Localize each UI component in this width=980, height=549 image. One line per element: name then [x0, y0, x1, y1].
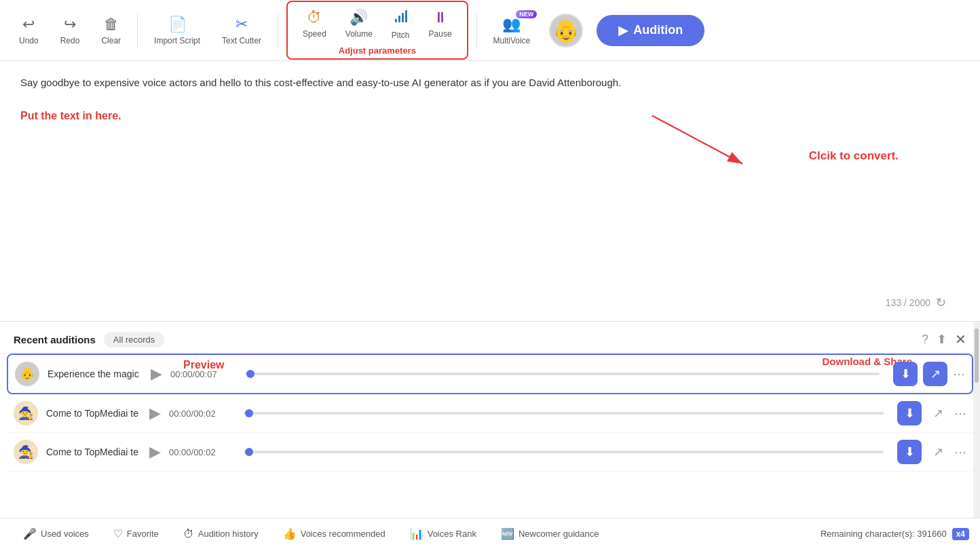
close-icon[interactable]: ✕	[955, 331, 966, 347]
recommended-icon: 👍	[283, 527, 297, 540]
favorite-icon: ♡	[113, 527, 123, 540]
footer-bar: 🎤 Used voices ♡ Favorite ⏱ Audition hist…	[0, 518, 980, 549]
pitch-icon	[393, 9, 408, 28]
voice-avatar-1: 👴	[15, 362, 39, 386]
used-voices-icon: 🎤	[23, 527, 37, 540]
svg-rect-1	[398, 16, 400, 22]
time-3: 00:00/00:02	[169, 447, 230, 457]
pitch-label: Pitch	[392, 31, 410, 40]
speed-icon: ⏱	[307, 9, 322, 26]
help-icon[interactable]: ?	[922, 333, 928, 347]
adjust-params-box: ⏱ Speed 🔊 Volume Pitch	[286, 1, 468, 60]
clear-icon: 🗑	[104, 16, 119, 33]
adjust-params-label: Adjust parameters	[339, 45, 416, 56]
share-button-2[interactable]: ↗	[927, 402, 949, 424]
voices-recommended-tab[interactable]: 👍 Voices recommended	[271, 527, 398, 540]
newcomer-icon: 🆕	[501, 527, 514, 540]
progress-dot-2[interactable]	[245, 409, 253, 417]
newcomer-tab[interactable]: 🆕 Newcomer guidance	[489, 527, 611, 540]
volume-icon: 🔊	[350, 9, 368, 26]
divider-1	[137, 14, 138, 48]
play-button-1[interactable]: ▶	[151, 365, 162, 383]
pause-button[interactable]: ⏸ Pause	[419, 5, 461, 44]
download-button-1[interactable]: ⬇	[893, 362, 918, 386]
redo-button[interactable]: ↪ Redo	[52, 12, 88, 50]
progress-bar-3[interactable]	[244, 451, 884, 453]
history-label: Audition history	[198, 529, 259, 539]
editor-hint: Put the text in here.	[20, 107, 960, 125]
used-voices-tab[interactable]: 🎤 Used voices	[11, 527, 101, 540]
editor-line1: Say goodbye to expensive voice actors an…	[20, 75, 960, 91]
play-button-2[interactable]: ▶	[149, 404, 161, 422]
char-count: 133 / 2000 ↻	[886, 295, 946, 310]
svg-rect-2	[402, 13, 404, 22]
import-script-button[interactable]: 📄 Import Script	[146, 12, 208, 50]
row-actions-3: ⬇ ↗ ⋯	[897, 440, 966, 464]
cutter-icon: ✂	[235, 16, 248, 33]
undo-icon: ↩	[22, 16, 35, 33]
scrollbar[interactable]	[973, 322, 980, 518]
remaining-chars: Remaining character(s): 391660 x4	[821, 528, 969, 540]
progress-bar-2[interactable]	[244, 412, 884, 415]
audition-label: Audition	[633, 23, 683, 37]
share-button-1[interactable]: ↗	[923, 362, 947, 386]
rank-label: Voices Rank	[428, 529, 476, 539]
cutter-label: Text Cutter	[222, 36, 261, 45]
progress-dot-3[interactable]	[245, 448, 253, 456]
time-2: 00:00/00:02	[169, 409, 230, 419]
row-title-3: Come to TopMediai te	[46, 447, 141, 457]
more-button-1[interactable]: ⋯	[953, 366, 965, 381]
expand-icon[interactable]: ⬆	[937, 332, 947, 347]
volume-label: Volume	[345, 29, 373, 39]
favorite-label: Favorite	[127, 529, 159, 539]
progress-bar-1[interactable]	[245, 373, 880, 375]
bottom-panel: Recent auditions All records ? ⬆ ✕ Previ…	[0, 321, 980, 518]
audition-row: 🧙 Come to TopMediai te ▶ 00:00/00:02 ⬇ ↗…	[7, 433, 973, 472]
redo-icon: ↪	[64, 16, 76, 33]
audition-button[interactable]: ▶ Audition	[597, 15, 704, 46]
more-button-3[interactable]: ⋯	[954, 444, 966, 459]
time-1: 00:00/00:07	[170, 369, 231, 379]
refresh-icon[interactable]: ↻	[936, 295, 946, 310]
share-button-3[interactable]: ↗	[927, 441, 949, 463]
volume-button[interactable]: 🔊 Volume	[336, 5, 382, 44]
speed-button[interactable]: ⏱ Speed	[293, 5, 336, 44]
undo-button[interactable]: ↩ Undo	[11, 12, 47, 50]
undo-label: Undo	[19, 36, 39, 45]
panel-actions: ? ⬆ ✕	[922, 331, 966, 347]
divider-2	[278, 14, 278, 48]
adjust-params-buttons: ⏱ Speed 🔊 Volume Pitch	[293, 5, 461, 44]
used-voices-label: Used voices	[41, 529, 89, 539]
all-records-button[interactable]: All records	[104, 332, 164, 347]
multivoice-button[interactable]: NEW 👥 MultiVoice	[485, 12, 539, 50]
clear-label: Clear	[101, 36, 121, 45]
favorite-tab[interactable]: ♡ Favorite	[101, 527, 171, 540]
voices-rank-tab[interactable]: 📊 Voices Rank	[398, 527, 489, 540]
import-icon: 📄	[168, 16, 187, 33]
download-button-3[interactable]: ⬇	[897, 440, 922, 464]
row-actions-1: ⬇ ↗ ⋯	[893, 362, 965, 386]
audition-rows: 👴 Experience the magic ▶ 00:00/00:07 ⬇ ↗…	[0, 354, 980, 518]
pause-icon: ⏸	[433, 9, 448, 26]
click-convert-annotation: Clcik to convert.	[809, 149, 899, 163]
download-button-2[interactable]: ⬇	[897, 401, 922, 425]
row-actions-2: ⬇ ↗ ⋯	[897, 401, 966, 425]
x4-badge[interactable]: x4	[952, 528, 969, 540]
voice-avatar-2: 🧙	[14, 401, 38, 425]
scrollbar-thumb	[975, 328, 979, 383]
editor-area: Say goodbye to expensive voice actors an…	[0, 61, 980, 321]
audition-history-tab[interactable]: ⏱ Audition history	[171, 528, 271, 540]
pitch-button[interactable]: Pitch	[382, 5, 419, 44]
more-button-2[interactable]: ⋯	[954, 406, 966, 421]
play-button-3[interactable]: ▶	[149, 443, 161, 461]
voice-avatar-3: 🧙	[14, 440, 38, 464]
clear-button[interactable]: 🗑 Clear	[93, 12, 129, 50]
text-cutter-button[interactable]: ✂ Text Cutter	[214, 12, 269, 50]
recommended-label: Voices recommended	[301, 529, 385, 539]
editor-text[interactable]: Say goodbye to expensive voice actors an…	[0, 61, 980, 138]
import-label: Import Script	[154, 36, 200, 45]
avatar-image: 👴	[552, 18, 580, 43]
avatar[interactable]: 👴	[549, 14, 583, 48]
main-area: Say goodbye to expensive voice actors an…	[0, 61, 980, 518]
progress-dot-1[interactable]	[246, 370, 255, 378]
